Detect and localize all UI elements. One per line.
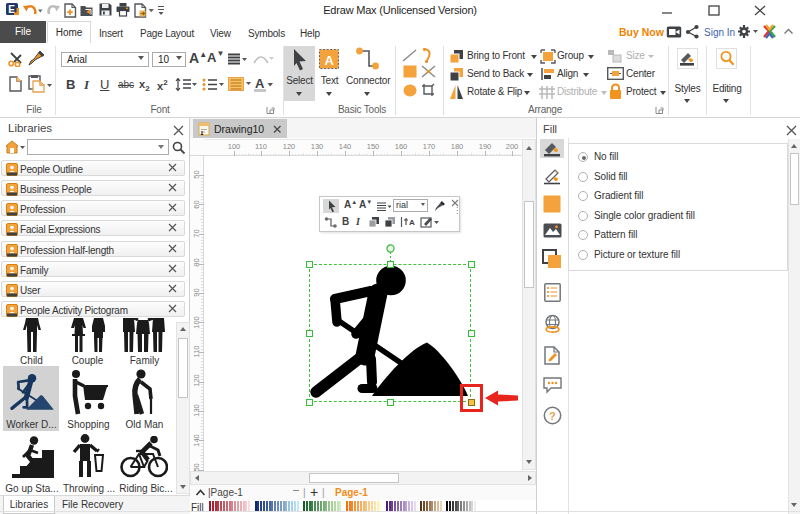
- svg-text:A: A: [325, 53, 335, 68]
- svg-text:?: ?: [549, 410, 556, 422]
- svg-text:A: A: [409, 218, 415, 227]
